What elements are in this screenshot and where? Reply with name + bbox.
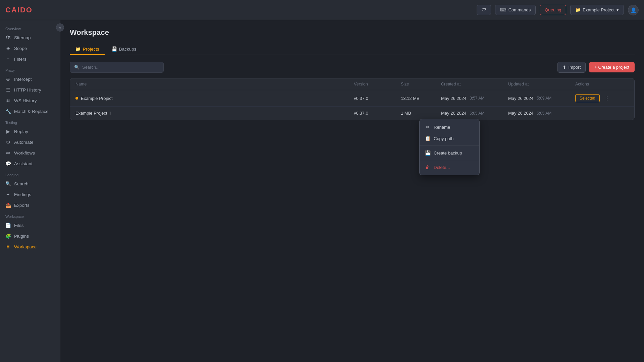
created-time: 5:05 AM	[470, 111, 484, 116]
table-row: Example Project II v0.37.0 1 MB May 26 2…	[70, 107, 634, 120]
ws-history-icon: ≋	[5, 98, 11, 103]
terminal-icon: ⌨	[500, 7, 506, 12]
sidebar-item-assistant[interactable]: 💬 Assistant	[0, 158, 60, 169]
plugins-icon: 🧩	[5, 233, 11, 239]
col-name: Name	[75, 82, 354, 86]
created-date: May 26 2024	[441, 96, 466, 101]
ctx-delete[interactable]: 🗑 Delete...	[420, 162, 479, 173]
project-name-text: Example Project II	[75, 111, 111, 116]
sidebar-label-automate: Automate	[14, 140, 34, 145]
sidebar-label-assistant: Assistant	[14, 161, 33, 166]
user-avatar[interactable]: 👤	[628, 5, 639, 15]
col-version: Version	[354, 82, 401, 86]
sidebar-item-files[interactable]: 📄 Files	[0, 220, 60, 231]
project-name: Example Project	[583, 7, 614, 12]
col-created: Created at	[441, 82, 508, 86]
overview-section-label: Overview	[0, 23, 60, 32]
shield-button[interactable]: 🛡	[477, 5, 491, 15]
sidebar-item-scope[interactable]: ◈ Scope	[0, 43, 60, 54]
tab-bar: 📁 Projects 💾 Backups	[70, 44, 635, 55]
main-content: Workspace 📁 Projects 💾 Backups 🔍 ⬆ Impor…	[60, 20, 644, 362]
context-menu: ✏ Rename 📋 Copy path 💾 Create backup 🗑 D…	[419, 119, 480, 175]
ctx-copy-path[interactable]: 📋 Copy path	[420, 133, 479, 144]
sidebar-collapse-button[interactable]: «	[56, 23, 64, 32]
active-dot	[75, 97, 78, 100]
testing-section-label: Testing	[0, 117, 60, 126]
sidebar-item-replay[interactable]: ▶ Replay	[0, 126, 60, 137]
topbar: CAIDO 🛡 ⌨ Commands Queuing 📁 Example Pro…	[0, 0, 644, 20]
created-cell: May 26 2024 5:05 AM	[441, 111, 508, 116]
project-name-text: Example Project	[81, 96, 113, 101]
sidebar-item-findings[interactable]: ✦ Findings	[0, 189, 60, 200]
actions-cell: Selected ⋮	[575, 94, 629, 102]
sidebar-label-workflows: Workflows	[14, 150, 35, 156]
created-time: 3:57 AM	[470, 96, 484, 101]
create-project-button[interactable]: + Create a project	[589, 62, 635, 72]
import-label: Import	[568, 65, 581, 70]
commands-label: Commands	[508, 7, 531, 12]
ctx-create-backup[interactable]: 💾 Create backup	[420, 147, 479, 159]
queuing-button[interactable]: Queuing	[540, 5, 566, 15]
sidebar-item-intercept[interactable]: ⊕ Intercept	[0, 74, 60, 84]
workspace-icon: 🖥	[5, 244, 11, 249]
filters-icon: ≡	[5, 56, 11, 62]
workflows-icon: ⇌	[5, 150, 11, 156]
search-icon: 🔍	[5, 181, 11, 186]
search-box[interactable]: 🔍	[70, 62, 164, 73]
updated-cell: May 26 2024 5:05 AM	[508, 111, 575, 116]
sidebar-label-findings: Findings	[14, 192, 31, 197]
page-title: Workspace	[70, 28, 635, 37]
sidebar-item-plugins[interactable]: 🧩 Plugins	[0, 231, 60, 241]
sidebar-label-sitemap: Sitemap	[14, 35, 31, 40]
sidebar-label-scope: Scope	[14, 46, 27, 51]
updated-time: 5:05 AM	[537, 111, 551, 116]
layout: « Overview 🗺 Sitemap ◈ Scope ≡ Filters P…	[0, 20, 644, 362]
import-button[interactable]: ⬆ Import	[557, 62, 586, 73]
tab-projects[interactable]: 📁 Projects	[70, 44, 105, 55]
http-history-icon: ☰	[5, 87, 11, 93]
sidebar-item-automate[interactable]: ⚙ Automate	[0, 137, 60, 147]
sidebar-item-ws-history[interactable]: ≋ WS History	[0, 95, 60, 106]
import-icon: ⬆	[562, 65, 566, 70]
sidebar-item-workspace[interactable]: 🖥 Workspace	[0, 241, 60, 252]
ctx-divider-2	[420, 160, 479, 160]
ctx-rename-label: Rename	[434, 125, 450, 130]
table-row: Example Project v0.37.0 13.12 MB May 26 …	[70, 90, 634, 107]
project-name-cell: Example Project II	[75, 111, 354, 116]
replay-icon: ▶	[5, 129, 11, 134]
updated-date: May 26 2024	[508, 96, 533, 101]
workspace-section-label: Workspace	[0, 210, 60, 220]
files-icon: 📄	[5, 223, 11, 228]
updated-cell: May 26 2024 5:09 AM	[508, 96, 575, 101]
toolbar: 🔍 ⬆ Import + Create a project	[70, 62, 635, 73]
search-box-icon: 🔍	[74, 65, 79, 70]
table-header: Name Version Size Created at Updated at …	[70, 78, 634, 90]
sidebar-item-match-replace[interactable]: 🔧 Match & Replace	[0, 106, 60, 117]
sidebar-label-plugins: Plugins	[14, 234, 29, 239]
delete-icon: 🗑	[425, 165, 430, 170]
sitemap-icon: 🗺	[5, 35, 11, 40]
more-options-button[interactable]: ⋮	[602, 95, 612, 102]
sidebar-item-exports[interactable]: 📤 Exports	[0, 200, 60, 210]
automate-icon: ⚙	[5, 139, 11, 145]
project-selector[interactable]: 📁 Example Project ▾	[570, 5, 624, 15]
tab-backups[interactable]: 💾 Backups	[106, 44, 142, 55]
user-icon: 👤	[631, 7, 636, 13]
selected-button[interactable]: Selected	[575, 94, 600, 102]
sidebar-item-filters[interactable]: ≡ Filters	[0, 54, 60, 64]
col-updated: Updated at	[508, 82, 575, 86]
ctx-delete-label: Delete...	[434, 165, 450, 170]
search-input[interactable]	[82, 65, 159, 70]
exports-icon: 📤	[5, 202, 11, 208]
version-cell: v0.37.0	[354, 96, 401, 101]
sidebar-item-sitemap[interactable]: 🗺 Sitemap	[0, 32, 60, 43]
sidebar-item-workflows[interactable]: ⇌ Workflows	[0, 147, 60, 158]
sidebar-item-search[interactable]: 🔍 Search	[0, 178, 60, 189]
create-project-label: + Create a project	[594, 65, 629, 70]
commands-button[interactable]: ⌨ Commands	[495, 5, 536, 15]
updated-time: 5:09 AM	[537, 96, 551, 101]
rename-icon: ✏	[425, 124, 430, 130]
sidebar-label-replay: Replay	[14, 129, 28, 134]
sidebar-item-http-history[interactable]: ☰ HTTP History	[0, 84, 60, 95]
ctx-rename[interactable]: ✏ Rename	[420, 121, 479, 133]
